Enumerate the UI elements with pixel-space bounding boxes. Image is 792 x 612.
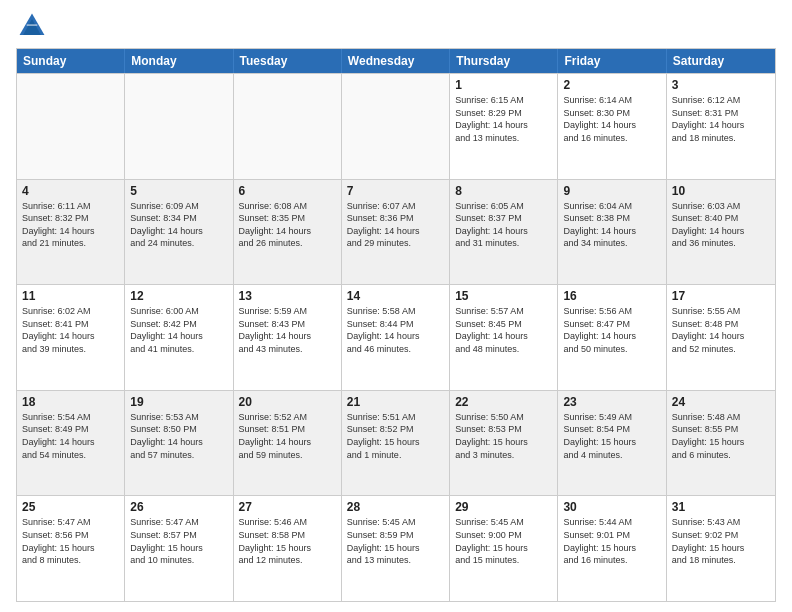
day-number: 30 <box>563 500 660 514</box>
day-number: 5 <box>130 184 227 198</box>
calendar-cell: 20Sunrise: 5:52 AM Sunset: 8:51 PM Dayli… <box>234 391 342 496</box>
logo <box>16 10 52 42</box>
day-number: 22 <box>455 395 552 409</box>
day-number: 9 <box>563 184 660 198</box>
header <box>16 10 776 42</box>
day-number: 21 <box>347 395 444 409</box>
calendar-row-3: 11Sunrise: 6:02 AM Sunset: 8:41 PM Dayli… <box>17 284 775 390</box>
day-info: Sunrise: 5:59 AM Sunset: 8:43 PM Dayligh… <box>239 305 336 355</box>
calendar-cell: 9Sunrise: 6:04 AM Sunset: 8:38 PM Daylig… <box>558 180 666 285</box>
calendar-cell: 25Sunrise: 5:47 AM Sunset: 8:56 PM Dayli… <box>17 496 125 601</box>
page: SundayMondayTuesdayWednesdayThursdayFrid… <box>0 0 792 612</box>
day-info: Sunrise: 6:05 AM Sunset: 8:37 PM Dayligh… <box>455 200 552 250</box>
calendar-row-2: 4Sunrise: 6:11 AM Sunset: 8:32 PM Daylig… <box>17 179 775 285</box>
day-info: Sunrise: 6:04 AM Sunset: 8:38 PM Dayligh… <box>563 200 660 250</box>
logo-icon <box>16 10 48 42</box>
calendar-cell: 12Sunrise: 6:00 AM Sunset: 8:42 PM Dayli… <box>125 285 233 390</box>
day-info: Sunrise: 5:55 AM Sunset: 8:48 PM Dayligh… <box>672 305 770 355</box>
calendar-cell <box>17 74 125 179</box>
day-info: Sunrise: 6:11 AM Sunset: 8:32 PM Dayligh… <box>22 200 119 250</box>
calendar-cell: 4Sunrise: 6:11 AM Sunset: 8:32 PM Daylig… <box>17 180 125 285</box>
header-day-friday: Friday <box>558 49 666 73</box>
day-number: 4 <box>22 184 119 198</box>
header-day-sunday: Sunday <box>17 49 125 73</box>
day-info: Sunrise: 5:49 AM Sunset: 8:54 PM Dayligh… <box>563 411 660 461</box>
calendar-cell: 16Sunrise: 5:56 AM Sunset: 8:47 PM Dayli… <box>558 285 666 390</box>
calendar-row-5: 25Sunrise: 5:47 AM Sunset: 8:56 PM Dayli… <box>17 495 775 601</box>
day-info: Sunrise: 5:47 AM Sunset: 8:57 PM Dayligh… <box>130 516 227 566</box>
day-number: 3 <box>672 78 770 92</box>
calendar-row-1: 1Sunrise: 6:15 AM Sunset: 8:29 PM Daylig… <box>17 73 775 179</box>
header-day-saturday: Saturday <box>667 49 775 73</box>
day-number: 1 <box>455 78 552 92</box>
calendar-cell: 19Sunrise: 5:53 AM Sunset: 8:50 PM Dayli… <box>125 391 233 496</box>
day-info: Sunrise: 5:43 AM Sunset: 9:02 PM Dayligh… <box>672 516 770 566</box>
day-number: 26 <box>130 500 227 514</box>
calendar-cell: 24Sunrise: 5:48 AM Sunset: 8:55 PM Dayli… <box>667 391 775 496</box>
calendar: SundayMondayTuesdayWednesdayThursdayFrid… <box>16 48 776 602</box>
calendar-cell <box>234 74 342 179</box>
day-info: Sunrise: 5:46 AM Sunset: 8:58 PM Dayligh… <box>239 516 336 566</box>
day-info: Sunrise: 5:50 AM Sunset: 8:53 PM Dayligh… <box>455 411 552 461</box>
calendar-cell: 14Sunrise: 5:58 AM Sunset: 8:44 PM Dayli… <box>342 285 450 390</box>
calendar-cell: 30Sunrise: 5:44 AM Sunset: 9:01 PM Dayli… <box>558 496 666 601</box>
day-info: Sunrise: 6:15 AM Sunset: 8:29 PM Dayligh… <box>455 94 552 144</box>
calendar-cell <box>125 74 233 179</box>
day-number: 31 <box>672 500 770 514</box>
header-day-tuesday: Tuesday <box>234 49 342 73</box>
day-info: Sunrise: 5:47 AM Sunset: 8:56 PM Dayligh… <box>22 516 119 566</box>
calendar-cell: 13Sunrise: 5:59 AM Sunset: 8:43 PM Dayli… <box>234 285 342 390</box>
calendar-cell: 23Sunrise: 5:49 AM Sunset: 8:54 PM Dayli… <box>558 391 666 496</box>
header-day-thursday: Thursday <box>450 49 558 73</box>
day-info: Sunrise: 6:12 AM Sunset: 8:31 PM Dayligh… <box>672 94 770 144</box>
calendar-cell: 29Sunrise: 5:45 AM Sunset: 9:00 PM Dayli… <box>450 496 558 601</box>
day-info: Sunrise: 5:58 AM Sunset: 8:44 PM Dayligh… <box>347 305 444 355</box>
day-number: 10 <box>672 184 770 198</box>
day-info: Sunrise: 5:52 AM Sunset: 8:51 PM Dayligh… <box>239 411 336 461</box>
calendar-cell: 11Sunrise: 6:02 AM Sunset: 8:41 PM Dayli… <box>17 285 125 390</box>
day-number: 12 <box>130 289 227 303</box>
day-info: Sunrise: 5:45 AM Sunset: 8:59 PM Dayligh… <box>347 516 444 566</box>
calendar-cell: 21Sunrise: 5:51 AM Sunset: 8:52 PM Dayli… <box>342 391 450 496</box>
day-number: 18 <box>22 395 119 409</box>
calendar-cell: 10Sunrise: 6:03 AM Sunset: 8:40 PM Dayli… <box>667 180 775 285</box>
calendar-cell <box>342 74 450 179</box>
svg-rect-2 <box>27 24 38 26</box>
header-day-wednesday: Wednesday <box>342 49 450 73</box>
day-number: 6 <box>239 184 336 198</box>
calendar-cell: 27Sunrise: 5:46 AM Sunset: 8:58 PM Dayli… <box>234 496 342 601</box>
calendar-row-4: 18Sunrise: 5:54 AM Sunset: 8:49 PM Dayli… <box>17 390 775 496</box>
day-number: 20 <box>239 395 336 409</box>
day-number: 16 <box>563 289 660 303</box>
day-info: Sunrise: 6:14 AM Sunset: 8:30 PM Dayligh… <box>563 94 660 144</box>
calendar-body: 1Sunrise: 6:15 AM Sunset: 8:29 PM Daylig… <box>17 73 775 601</box>
calendar-cell: 18Sunrise: 5:54 AM Sunset: 8:49 PM Dayli… <box>17 391 125 496</box>
day-number: 25 <box>22 500 119 514</box>
day-number: 8 <box>455 184 552 198</box>
calendar-cell: 8Sunrise: 6:05 AM Sunset: 8:37 PM Daylig… <box>450 180 558 285</box>
day-number: 23 <box>563 395 660 409</box>
day-number: 29 <box>455 500 552 514</box>
calendar-cell: 5Sunrise: 6:09 AM Sunset: 8:34 PM Daylig… <box>125 180 233 285</box>
day-info: Sunrise: 6:09 AM Sunset: 8:34 PM Dayligh… <box>130 200 227 250</box>
calendar-cell: 2Sunrise: 6:14 AM Sunset: 8:30 PM Daylig… <box>558 74 666 179</box>
day-info: Sunrise: 5:51 AM Sunset: 8:52 PM Dayligh… <box>347 411 444 461</box>
day-number: 11 <box>22 289 119 303</box>
calendar-cell: 7Sunrise: 6:07 AM Sunset: 8:36 PM Daylig… <box>342 180 450 285</box>
calendar-cell: 31Sunrise: 5:43 AM Sunset: 9:02 PM Dayli… <box>667 496 775 601</box>
calendar-cell: 28Sunrise: 5:45 AM Sunset: 8:59 PM Dayli… <box>342 496 450 601</box>
day-number: 2 <box>563 78 660 92</box>
calendar-cell: 1Sunrise: 6:15 AM Sunset: 8:29 PM Daylig… <box>450 74 558 179</box>
calendar-cell: 22Sunrise: 5:50 AM Sunset: 8:53 PM Dayli… <box>450 391 558 496</box>
day-info: Sunrise: 6:00 AM Sunset: 8:42 PM Dayligh… <box>130 305 227 355</box>
calendar-cell: 17Sunrise: 5:55 AM Sunset: 8:48 PM Dayli… <box>667 285 775 390</box>
calendar-header: SundayMondayTuesdayWednesdayThursdayFrid… <box>17 49 775 73</box>
day-number: 13 <box>239 289 336 303</box>
day-number: 24 <box>672 395 770 409</box>
calendar-cell: 15Sunrise: 5:57 AM Sunset: 8:45 PM Dayli… <box>450 285 558 390</box>
day-info: Sunrise: 5:44 AM Sunset: 9:01 PM Dayligh… <box>563 516 660 566</box>
day-info: Sunrise: 5:57 AM Sunset: 8:45 PM Dayligh… <box>455 305 552 355</box>
calendar-cell: 6Sunrise: 6:08 AM Sunset: 8:35 PM Daylig… <box>234 180 342 285</box>
day-info: Sunrise: 5:56 AM Sunset: 8:47 PM Dayligh… <box>563 305 660 355</box>
calendar-cell: 26Sunrise: 5:47 AM Sunset: 8:57 PM Dayli… <box>125 496 233 601</box>
